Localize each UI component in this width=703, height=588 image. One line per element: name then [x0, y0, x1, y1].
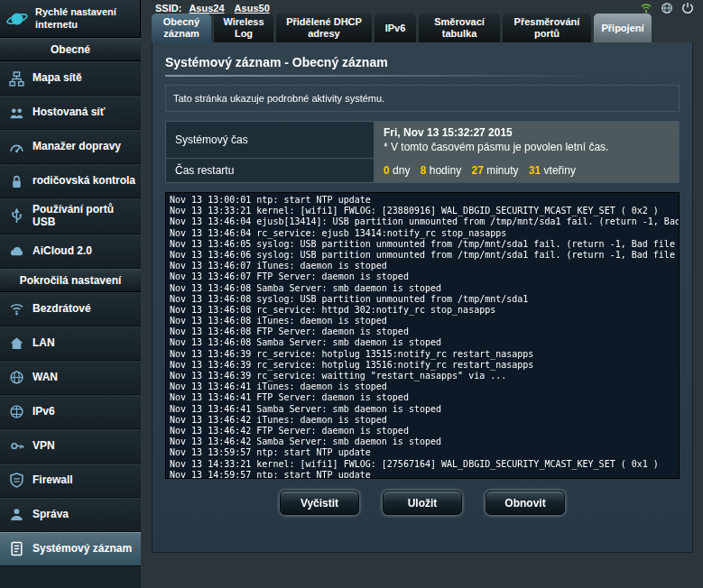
sidebar-item-label: WAN — [32, 372, 58, 384]
quick-internet-setup-button[interactable]: Rychlé nastavení internetu — [0, 0, 141, 38]
logout-icon[interactable] — [681, 2, 694, 14]
uptime-hours-number: 8 — [421, 164, 427, 177]
tab-port-forwarding[interactable]: Přesměrování portů — [503, 14, 591, 42]
sidebar-item-parental-control[interactable]: rodičovská kontrola — [0, 164, 141, 198]
quick-setup-label-line1: Rychlé nastavení — [35, 6, 116, 17]
lan-icon — [7, 335, 25, 351]
ssid-bar: SSID: Asus24 Asus50 — [155, 3, 277, 14]
admin-person-icon — [7, 507, 25, 522]
uptime-minutes-unit: minuty — [486, 164, 518, 177]
network-map-icon — [7, 71, 25, 87]
uptime-minutes-number: 27 — [471, 164, 483, 177]
sidebar-item-administration[interactable]: Správa — [0, 498, 141, 532]
sidebar-item-label: Bezdrátové — [32, 303, 91, 316]
tab-label: Wireless Log — [217, 16, 270, 39]
sidebar-item-label: rodičovská kontrola — [32, 175, 135, 188]
ipv6-globe-icon — [7, 404, 25, 419]
sidebar-item-label: Používání portů USB — [32, 204, 137, 229]
tab-label: Směrovací tabulka — [422, 16, 496, 39]
tab-label: Přidělené DHCP adresy — [280, 16, 368, 39]
firewall-shield-icon — [7, 473, 25, 488]
system-time-value: Fri, Nov 13 15:32:27 2015 — [384, 126, 670, 139]
uptime-seconds-number: 31 — [529, 164, 541, 177]
sidebar-item-wan[interactable]: WAN — [0, 361, 141, 395]
tab-connections[interactable]: Připojení — [594, 14, 652, 42]
sidebar-item-traffic-manager[interactable]: Manažer dopravy — [0, 130, 141, 164]
log-tabs: Obecný záznam Wireless Log Přidělené DHC… — [152, 14, 652, 42]
quick-setup-label-line2: internetu — [35, 19, 78, 30]
usb-icon — [7, 208, 25, 224]
uptime-seconds-unit: vteřiny — [544, 164, 576, 177]
sidebar-section-advanced: Pokročilá nastavení — [0, 269, 141, 292]
cloud-icon — [7, 243, 25, 259]
sidebar-item-label: VPN — [32, 440, 55, 453]
save-button[interactable]: Uložit — [383, 491, 462, 515]
sidebar-item-vpn[interactable]: VPN — [0, 429, 141, 464]
clear-button[interactable]: Vyčistit — [280, 491, 359, 515]
system-time-label: Systémový čas — [166, 122, 375, 159]
internet-status-icon[interactable] — [661, 2, 673, 14]
sidebar-item-label: Mapa sítě — [32, 72, 82, 85]
uptime-hours-unit: hodiny — [430, 164, 461, 177]
sidebar-item-label: Systémový záznam — [32, 543, 132, 556]
content-panel: Systémový záznam - Obecný záznam Tato st… — [152, 42, 693, 553]
uptime-label: Čas restartu — [166, 159, 375, 183]
tab-label: Přesměrování portů — [506, 16, 587, 39]
sidebar-item-network-map[interactable]: Mapa sítě — [0, 61, 141, 96]
tab-ipv6[interactable]: IPv6 — [375, 14, 416, 42]
uptime-days-unit: dny — [393, 164, 410, 177]
refresh-button[interactable]: Obnovit — [486, 491, 565, 515]
sidebar-item-aicloud[interactable]: AiCloud 2.0 — [0, 234, 141, 269]
sidebar-item-system-log[interactable]: Systémový záznam — [0, 532, 141, 566]
ssid-label: SSID: — [155, 3, 181, 14]
tab-wireless-log[interactable]: Wireless Log — [214, 14, 273, 42]
guest-network-icon — [7, 106, 25, 121]
system-time-value-cell: Fri, Nov 13 15:32:27 2015 * V tomto časo… — [375, 122, 680, 159]
sidebar-item-label: IPv6 — [32, 406, 55, 418]
quick-setup-globe-icon — [5, 7, 29, 31]
wan-icon — [7, 370, 25, 385]
sidebar-item-label: Správa — [32, 509, 69, 521]
tab-label: IPv6 — [385, 23, 406, 34]
action-buttons: Vyčistit Uložit Obnovit — [165, 491, 680, 515]
page-title: Systémový záznam - Obecný záznam — [165, 50, 680, 69]
sidebar-item-ipv6[interactable]: IPv6 — [0, 395, 141, 429]
sidebar-item-label: AiCloud 2.0 — [32, 245, 92, 258]
header-status-icons — [640, 2, 694, 14]
wifi-status-icon[interactable] — [640, 2, 652, 14]
sidebar: Obecné Mapa sítě Hostovaná síť Manažer d… — [0, 38, 141, 588]
title-divider — [165, 75, 680, 77]
ssid-link-5g[interactable]: Asus50 — [235, 3, 270, 14]
uptime-value-cell: 0 dny 8 hodiny 27 minuty 31 vteřiny — [375, 159, 680, 183]
uptime-row: Čas restartu 0 dny 8 hodiny 27 minuty 31… — [166, 159, 680, 183]
vpn-key-icon — [7, 438, 25, 454]
uptime-days-number: 0 — [384, 164, 390, 177]
tab-label: Připojení — [601, 23, 643, 34]
traffic-manager-icon — [7, 140, 25, 155]
parental-control-icon — [7, 174, 25, 189]
tab-label: Obecný záznam — [155, 16, 208, 39]
syslog-document-icon — [7, 541, 25, 556]
sidebar-item-firewall[interactable]: Firewall — [0, 464, 141, 498]
sidebar-item-label: Firewall — [32, 474, 73, 487]
wireless-icon — [7, 301, 25, 317]
quick-setup-label: Rychlé nastavení internetu — [35, 6, 116, 32]
dst-note: * V tomto časovém pásmu je povolen letní… — [384, 141, 670, 153]
page-description: Tato stránka ukazuje podrobné aktivity s… — [165, 85, 680, 112]
tab-general-log[interactable]: Obecný záznam — [152, 14, 211, 42]
sidebar-item-label: Hostovaná síť — [32, 106, 105, 119]
sidebar-item-usb-ports[interactable]: Používání portů USB — [0, 198, 141, 234]
info-table: Systémový čas Fri, Nov 13 15:32:27 2015 … — [165, 121, 680, 183]
tab-routing-table[interactable]: Směrovací tabulka — [419, 14, 500, 42]
system-log-textarea[interactable]: Nov 13 13:00:01 ntp: start NTP update No… — [165, 192, 680, 479]
sidebar-item-lan[interactable]: LAN — [0, 326, 141, 361]
sidebar-item-label: Manažer dopravy — [32, 141, 121, 153]
sidebar-item-wireless[interactable]: Bezdrátové — [0, 292, 141, 326]
system-time-row: Systémový čas Fri, Nov 13 15:32:27 2015 … — [166, 122, 680, 159]
ssid-link-2g[interactable]: Asus24 — [189, 3, 224, 14]
tab-dhcp-leases[interactable]: Přidělené DHCP adresy — [276, 14, 372, 42]
sidebar-item-guest-network[interactable]: Hostovaná síť — [0, 96, 141, 130]
sidebar-item-label: LAN — [32, 337, 55, 350]
sidebar-section-general: Obecné — [0, 38, 141, 61]
